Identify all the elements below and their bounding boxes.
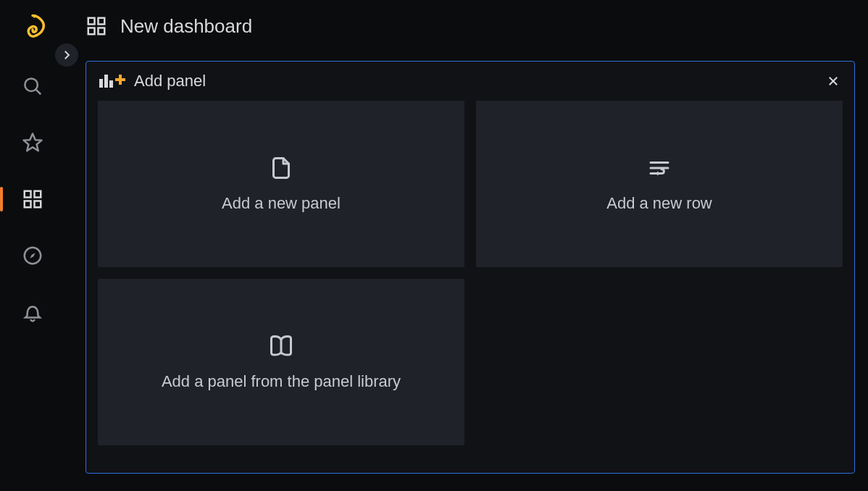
file-icon — [268, 155, 294, 181]
sidebar-item-alerting[interactable] — [19, 298, 46, 326]
expand-sidebar-button[interactable] — [55, 43, 78, 67]
svg-rect-3 — [25, 191, 31, 198]
main-area: New dashboard Add panel — [65, 0, 868, 491]
svg-marker-8 — [30, 253, 36, 259]
dashboard-grid-icon — [85, 15, 107, 37]
svg-line-1 — [36, 89, 41, 94]
search-icon — [22, 75, 43, 97]
svg-rect-11 — [88, 28, 95, 35]
add-new-row-button[interactable]: Add a new row — [476, 101, 843, 267]
page-title: New dashboard — [120, 15, 252, 38]
sidebar — [0, 0, 65, 491]
svg-marker-2 — [24, 134, 42, 151]
panel-header: Add panel — [86, 62, 854, 101]
chevron-right-icon — [60, 49, 73, 62]
compass-icon — [22, 245, 43, 267]
row-wrap-icon — [646, 155, 672, 181]
option-label: Add a new panel — [222, 194, 341, 213]
svg-rect-9 — [88, 18, 95, 25]
sidebar-item-search[interactable] — [19, 72, 46, 100]
svg-rect-4 — [35, 191, 41, 198]
add-panel-icon — [99, 75, 125, 88]
bell-icon — [22, 301, 43, 323]
option-label: Add a new row — [606, 194, 712, 213]
page-header: New dashboard — [65, 0, 868, 52]
option-label: Add a panel from the panel library — [162, 372, 401, 391]
grafana-logo-icon[interactable] — [17, 13, 48, 43]
add-new-panel-button[interactable]: Add a new panel — [98, 101, 464, 267]
book-icon — [268, 333, 294, 359]
panel-options-grid: Add a new panel Add a new row — [86, 101, 854, 457]
add-panel-library-button[interactable]: Add a panel from the panel library — [98, 279, 464, 445]
svg-rect-10 — [99, 18, 105, 25]
svg-rect-6 — [35, 201, 41, 208]
star-icon — [22, 132, 43, 154]
svg-rect-12 — [99, 28, 105, 35]
svg-point-0 — [25, 78, 38, 91]
svg-rect-5 — [25, 201, 31, 208]
dashboard-grid-icon — [22, 188, 43, 210]
sidebar-item-explore[interactable] — [19, 242, 46, 269]
add-panel-card: Add panel Add a new panel — [85, 61, 855, 474]
panel-title: Add panel — [134, 72, 206, 91]
content-area: Add panel Add a new panel — [65, 52, 868, 491]
close-button[interactable] — [825, 73, 841, 89]
sidebar-item-dashboards[interactable] — [19, 185, 46, 213]
close-icon — [827, 75, 840, 88]
sidebar-item-starred[interactable] — [19, 129, 46, 156]
